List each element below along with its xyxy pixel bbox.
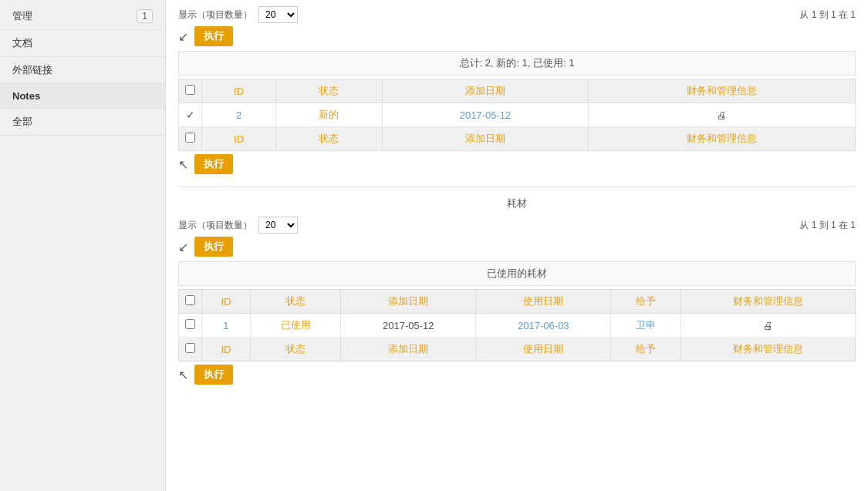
- section2-row1-status-value: 已使用: [281, 319, 311, 331]
- sidebar: 管理 1 文档 外部链接 Notes 全部: [0, 0, 166, 491]
- section1-table-header-row: ID 状态 添加日期 财务和管理信息: [179, 79, 856, 103]
- section2-row1-add-date: 2017-05-12: [341, 314, 476, 338]
- section2-row1-add-date-value: 2017-05-12: [383, 320, 434, 331]
- section2-footer-col-use-date: 使用日期: [476, 338, 611, 362]
- section2-items-per-page[interactable]: 20 50 100: [258, 217, 298, 234]
- section1-summary: 总计: 2, 新的: 1, 已使用: 1: [178, 51, 856, 76]
- section-1: 显示（项目数量） 20 50 100 从 1 到 1 在 1 ↙ 执行 总计: …: [178, 6, 856, 174]
- section2-top-controls: 显示（项目数量） 20 50 100 从 1 到 1 在 1: [178, 217, 856, 234]
- section2-footer-col-id: ID: [202, 338, 251, 362]
- section1-col-checkbox: [179, 79, 202, 103]
- section2-row1-check: [179, 314, 202, 338]
- section2-execute-button-bottom[interactable]: 执行: [194, 365, 233, 385]
- section2-col-add-date: 添加日期: [341, 290, 476, 314]
- sidebar-item-all[interactable]: 全部: [0, 109, 165, 136]
- sidebar-item-label: 全部: [12, 115, 32, 129]
- section2-row1-info-icon[interactable]: 🖨: [681, 314, 855, 338]
- section2-table: ID 状态 添加日期 使用日期 给予 财务和管理信息: [178, 289, 856, 362]
- section1-footer-col-id: ID: [202, 127, 276, 151]
- section2-execute-button-top[interactable]: 执行: [194, 237, 233, 257]
- section2-col-id: ID: [202, 290, 251, 314]
- section1-select-all-checkbox[interactable]: [185, 85, 195, 95]
- section2-footer-col-status: 状态: [250, 338, 340, 362]
- section2-col-given: 给予: [611, 290, 681, 314]
- section2-col-info: 财务和管理信息: [681, 290, 855, 314]
- sidebar-item-label: 管理: [12, 9, 32, 23]
- section2-table-header-row: ID 状态 添加日期 使用日期 给予 财务和管理信息: [179, 290, 856, 314]
- section1-col-status: 状态: [276, 79, 383, 103]
- section1-show-label: 显示（项目数量）: [178, 8, 252, 22]
- main-content: 显示（项目数量） 20 50 100 从 1 到 1 在 1 ↙ 执行 总计: …: [166, 0, 868, 491]
- section1-arrow-up-icon: ↖: [178, 157, 188, 172]
- section1-execute-button-top[interactable]: 执行: [194, 26, 233, 46]
- sidebar-item-notes[interactable]: Notes: [0, 84, 165, 109]
- sidebar-item-external[interactable]: 外部链接: [0, 57, 165, 84]
- section2-select-all-checkbox[interactable]: [185, 295, 195, 305]
- section2-arrow-down-icon: ↙: [178, 240, 188, 254]
- section1-col-date: 添加日期: [382, 79, 588, 103]
- section2-arrow-up-row: ↖ 执行: [178, 365, 856, 385]
- section1-table-footer-row: ID 状态 添加日期 财务和管理信息: [179, 127, 856, 151]
- section1-col-id: ID: [202, 79, 276, 103]
- section1-table: ID 状态 添加日期 财务和管理信息 ✓: [178, 79, 856, 151]
- section2-show-controls: 显示（项目数量） 20 50 100: [178, 217, 298, 234]
- section1-row1-info-icon[interactable]: 🖨: [589, 103, 856, 127]
- section2-row1-use-date-link[interactable]: 2017-06-03: [518, 320, 569, 331]
- section1-items-per-page[interactable]: 20 50 100: [258, 6, 298, 23]
- section2-footer-col-info: 财务和管理信息: [681, 338, 855, 362]
- section2-footer-col-add-date: 添加日期: [341, 338, 476, 362]
- section2-row1-given-link[interactable]: 卫申: [636, 319, 656, 331]
- section1-arrow-down-row: ↙ 执行: [178, 26, 856, 46]
- section2-footer-col-given: 给予: [611, 338, 681, 362]
- section1-footer-col-status: 状态: [276, 127, 383, 151]
- sidebar-item-label: 外部链接: [12, 63, 52, 77]
- section1-show-controls: 显示（项目数量） 20 50 100: [178, 6, 298, 23]
- section2-subsection-title: 已使用的耗材: [178, 261, 856, 286]
- section1-row1-status: 新的: [276, 103, 383, 127]
- section2-table-footer-row: ID 状态 添加日期 使用日期 给予 财务和管理信息: [179, 338, 856, 362]
- section2-footer-select-all-checkbox[interactable]: [185, 343, 195, 353]
- section1-row1-date: 2017-05-12: [382, 103, 588, 127]
- section1-row1-status-value: 新的: [319, 109, 339, 120]
- section1-top-controls: 显示（项目数量） 20 50 100 从 1 到 1 在 1: [178, 6, 856, 23]
- section1-row1-id-link[interactable]: 2: [236, 109, 241, 121]
- section2-row1-given: 卫申: [611, 314, 681, 338]
- sidebar-item-label: Notes: [12, 90, 40, 102]
- section2-col-status: 状态: [250, 290, 340, 314]
- table-row: 1 已使用 2017-05-12 2017-06-03 卫申: [179, 314, 856, 338]
- sidebar-item-docs[interactable]: 文档: [0, 30, 165, 57]
- section1-checkmark-icon: ✓: [186, 109, 195, 121]
- section2-col-use-date: 使用日期: [476, 290, 611, 314]
- section1-footer-col-info: 财务和管理信息: [589, 127, 856, 151]
- section2-arrow-up-icon: ↖: [178, 368, 188, 382]
- section1-footer-col-date: 添加日期: [382, 127, 588, 151]
- section-divider: [178, 187, 856, 187]
- section1-pagination: 从 1 到 1 在 1: [799, 8, 856, 22]
- section-2: 耗材 显示（项目数量） 20 50 100 从 1 到 1 在 1 ↙ 执行 已…: [178, 193, 856, 385]
- printer-icon: 🖨: [763, 320, 773, 331]
- section2-row1-id-link[interactable]: 1: [223, 320, 228, 331]
- sidebar-item-admin[interactable]: 管理 1: [0, 3, 165, 30]
- section1-footer-select-all-checkbox[interactable]: [185, 133, 195, 143]
- section1-arrow-down-icon: ↙: [178, 29, 188, 44]
- section2-footer-checkbox: [179, 338, 202, 362]
- section1-row1-check: ✓: [179, 103, 202, 127]
- section2-title: 耗材: [178, 193, 856, 214]
- section1-row1-id: 2: [202, 103, 276, 127]
- section1-col-info: 财务和管理信息: [589, 79, 856, 103]
- section2-show-label: 显示（项目数量）: [178, 219, 252, 232]
- section2-row1-checkbox[interactable]: [185, 319, 195, 329]
- section1-footer-checkbox: [179, 127, 202, 151]
- sidebar-badge-admin: 1: [137, 9, 153, 23]
- section2-row1-use-date: 2017-06-03: [476, 314, 611, 338]
- section1-row1-date-link[interactable]: 2017-05-12: [460, 109, 512, 121]
- table-row: ✓ 2 新的 2017-05-12 🖨: [179, 103, 856, 127]
- section1-execute-button-bottom[interactable]: 执行: [194, 154, 233, 174]
- section1-arrow-up-row: ↖ 执行: [178, 154, 856, 174]
- section2-pagination: 从 1 到 1 在 1: [799, 219, 856, 232]
- section2-row1-id: 1: [202, 314, 251, 338]
- section2-col-checkbox: [179, 290, 202, 314]
- sidebar-item-label: 文档: [12, 36, 32, 50]
- printer-icon: 🖨: [717, 109, 727, 121]
- section2-arrow-down-row: ↙ 执行: [178, 237, 856, 257]
